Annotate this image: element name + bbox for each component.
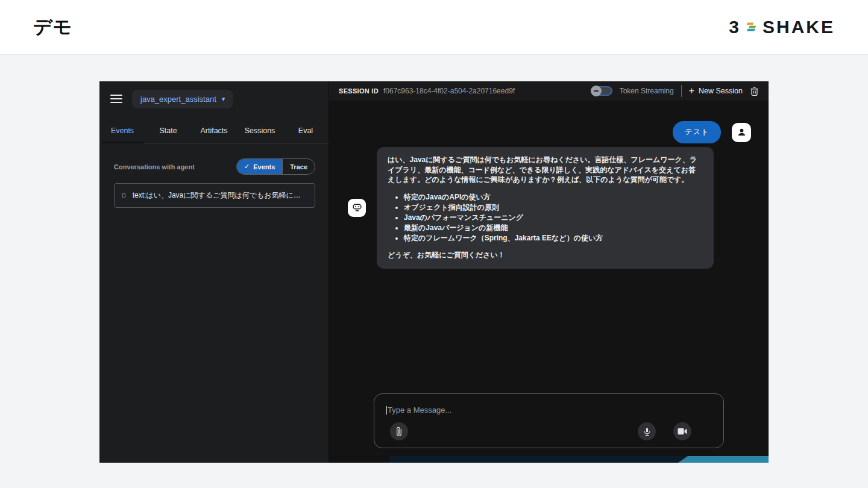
events-trace-toggle: ✓ Events Trace bbox=[236, 158, 315, 175]
user-message-bubble: テスト bbox=[673, 121, 721, 143]
bot-avatar bbox=[348, 199, 366, 217]
session-actions: Token Streaming + New Session bbox=[591, 85, 759, 97]
message-input[interactable]: Type a Message... bbox=[374, 393, 724, 448]
check-icon: ✓ bbox=[244, 163, 250, 170]
page-header: デモ 3 SHAKE bbox=[0, 0, 868, 55]
main-panel: SESSION ID f067c963-18c4-4f02-a504-2a207… bbox=[329, 81, 769, 463]
tab-sessions[interactable]: Sessions bbox=[237, 120, 283, 143]
progress-segment-teal bbox=[678, 456, 769, 463]
progress-segment-dark bbox=[389, 456, 688, 463]
bot-message-row: はい、Javaに関するご質問は何でもお気軽にお尋ねください。言語仕様、フレームワ… bbox=[348, 147, 714, 269]
bot-bullet: オブジェクト指向設計の原則 bbox=[404, 202, 703, 213]
conversations-label: Conversations with agent bbox=[114, 163, 195, 170]
conversations-header: Conversations with agent ✓ Events Trace bbox=[114, 158, 315, 175]
sidebar-tabs: Events State Artifacts Sessions Eval bbox=[99, 120, 329, 143]
microphone-icon bbox=[643, 427, 652, 436]
bot-bullet: Javaのパフォーマンスチューニング bbox=[404, 213, 703, 223]
toggle-thumb bbox=[591, 86, 602, 96]
agent-select-value: java_expert_assistant bbox=[140, 95, 216, 104]
trash-icon bbox=[750, 86, 759, 96]
tab-artifacts[interactable]: Artifacts bbox=[191, 120, 237, 143]
delete-session-button[interactable] bbox=[750, 86, 759, 96]
agent-select-dropdown[interactable]: java_expert_assistant ▾ bbox=[132, 90, 233, 108]
text-cursor bbox=[386, 406, 387, 414]
brand-mark-icon bbox=[745, 20, 758, 34]
message-input-placeholder: Type a Message... bbox=[388, 405, 451, 414]
tab-state[interactable]: State bbox=[145, 120, 191, 143]
person-icon bbox=[737, 127, 747, 137]
microphone-button[interactable] bbox=[638, 422, 656, 440]
trace-chip-label: Trace bbox=[290, 163, 307, 170]
brand-suffix: SHAKE bbox=[763, 17, 835, 37]
attach-file-button[interactable] bbox=[390, 422, 408, 440]
bot-bullet: 特定のJavaのAPIの使い方 bbox=[404, 192, 703, 202]
brand-logo: 3 SHAKE bbox=[729, 17, 835, 37]
chat-area: テスト はい、J bbox=[329, 101, 769, 456]
chevron-down-icon: ▾ bbox=[222, 95, 225, 103]
bot-message-list: 特定のJavaのAPIの使い方 オブジェクト指向設計の原則 Javaのパフォーマ… bbox=[388, 192, 703, 243]
page-title: デモ bbox=[33, 14, 72, 40]
token-streaming-label: Token Streaming bbox=[620, 87, 674, 95]
divider bbox=[681, 85, 682, 97]
new-session-button[interactable]: + New Session bbox=[689, 86, 743, 96]
token-streaming-toggle[interactable] bbox=[591, 86, 612, 96]
event-text: text:はい、Javaに関するご質問は何でもお気軽にお尋ね... bbox=[133, 190, 307, 201]
sidebar-top-bar: java_expert_assistant ▾ bbox=[99, 81, 329, 116]
event-list-item[interactable]: 0 text:はい、Javaに関するご質問は何でもお気軽にお尋ね... bbox=[114, 183, 315, 208]
session-bar: SESSION ID f067c963-18c4-4f02-a504-2a207… bbox=[329, 81, 769, 101]
paperclip-icon bbox=[395, 427, 403, 437]
bot-bullet: 特定のフレームワーク（Spring、Jakarta EEなど）の使い方 bbox=[404, 233, 703, 243]
sidebar: java_expert_assistant ▾ Events State Art… bbox=[99, 81, 329, 463]
video-progress-bar[interactable] bbox=[329, 456, 769, 463]
events-chip[interactable]: ✓ Events bbox=[237, 159, 282, 174]
bot-message-outro: どうぞ、お気軽にご質問ください！ bbox=[388, 250, 703, 260]
bot-message-intro: はい、Javaに関するご質問は何でもお気軽にお尋ねください。言語仕様、フレームワ… bbox=[388, 155, 703, 185]
user-message-row: テスト bbox=[673, 121, 751, 143]
bot-bullet: 最新のJavaバージョンの新機能 bbox=[404, 223, 703, 233]
tab-eval[interactable]: Eval bbox=[283, 120, 329, 143]
videocam-icon bbox=[678, 428, 687, 435]
session-id-value: f067c963-18c4-4f02-a504-2a20716eed9f bbox=[383, 87, 515, 95]
trace-chip[interactable]: Trace bbox=[282, 159, 315, 174]
session-id-label: SESSION ID bbox=[339, 87, 379, 95]
new-session-label: New Session bbox=[699, 87, 743, 95]
tab-events[interactable]: Events bbox=[99, 120, 145, 143]
video-button[interactable] bbox=[673, 422, 691, 440]
agent-app-frame: java_expert_assistant ▾ Events State Art… bbox=[99, 81, 769, 463]
plus-icon: + bbox=[689, 86, 694, 96]
brand-prefix: 3 bbox=[729, 17, 741, 37]
events-chip-label: Events bbox=[253, 163, 275, 170]
robot-icon bbox=[352, 202, 362, 213]
message-input-placeholder-row: Type a Message... bbox=[374, 394, 723, 414]
event-index: 0 bbox=[122, 192, 126, 200]
bot-message-bubble: はい、Javaに関するご質問は何でもお気軽にお尋ねください。言語仕様、フレームワ… bbox=[377, 147, 714, 269]
user-avatar bbox=[732, 123, 751, 142]
menu-icon[interactable] bbox=[110, 95, 122, 103]
